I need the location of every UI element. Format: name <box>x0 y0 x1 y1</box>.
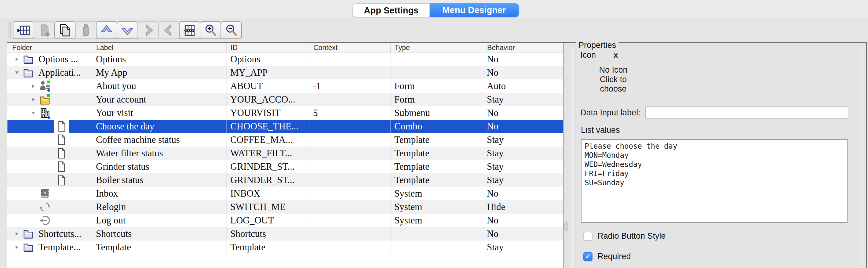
properties-panel: Properties Icon x No Icon Click to choos… <box>569 43 866 268</box>
table-row-SWITCH_ME[interactable]: ReloginSWITCH_MESystemHide <box>7 200 563 214</box>
splitter-thumb[interactable] <box>564 222 568 231</box>
expand-arrow-icon[interactable] <box>13 56 21 62</box>
table-row-YOURVISIT[interactable]: Your visitYOURVISIT5SubmenuNo <box>7 106 563 120</box>
radio-button-style-checkbox[interactable] <box>583 232 592 241</box>
tree-cell <box>7 187 92 200</box>
column-header-context[interactable]: Context <box>309 43 390 52</box>
cell-id: ABOUT <box>226 79 309 93</box>
expand-arrow-icon[interactable] <box>13 231 21 237</box>
table-row-ABOUT[interactable]: About youABOUT-1FormAuto <box>7 79 563 93</box>
move-left-button <box>158 21 180 39</box>
table-row-INBOX[interactable]: InboxINBOXSystemNo <box>7 187 563 200</box>
icon-clear-button[interactable]: x <box>614 51 618 60</box>
toolbar-drag-handle[interactable] <box>8 22 11 38</box>
cell-type: System <box>390 200 483 214</box>
table-row-WATER_FILT...[interactable]: Water filter statusWATER_FILT...Template… <box>7 146 563 160</box>
list-values-editor[interactable]: Please choose the day MON=Monday WED=Wed… <box>581 139 847 223</box>
tree-node-text: Options ... <box>38 53 78 66</box>
tree-cell: Options ... <box>7 53 92 66</box>
tree-cell: Template... <box>7 240 92 254</box>
tree-cell: Shortcuts... <box>7 227 92 240</box>
cell-id: GRINDER_ST... <box>226 160 309 173</box>
cell-label: Options <box>92 53 226 66</box>
insert-item-button[interactable] <box>13 21 34 39</box>
data-input-label: Data Input label: <box>580 108 641 118</box>
table-row-Template[interactable]: Template...TemplateTemplateStay <box>7 240 563 254</box>
folder-yellow-icon <box>39 94 51 105</box>
tab-app-settings[interactable]: App Settings <box>353 3 430 17</box>
column-header-label[interactable]: Label <box>92 43 226 52</box>
tree-cell <box>7 214 92 227</box>
move-down-button[interactable] <box>117 21 138 39</box>
table-row-MY_APP[interactable]: Applicati...My AppMY_APPNo <box>7 66 563 79</box>
zoom-out-button[interactable] <box>220 21 242 39</box>
folder-blue-icon <box>23 241 34 253</box>
tree-cell <box>7 79 92 93</box>
cell-label: Your visit <box>92 106 226 120</box>
cell-label: Relogin <box>92 200 226 214</box>
paste-icon <box>79 23 93 37</box>
cell-context <box>309 227 390 240</box>
cell-behavior: Stay <box>483 173 563 187</box>
cell-label: Log out <box>92 214 226 227</box>
tree-node-text: Template... <box>38 240 81 254</box>
column-header-id[interactable]: ID <box>226 43 309 52</box>
cell-label: Your account <box>92 93 226 106</box>
cell-type: Template <box>390 160 483 173</box>
table-row-GRINDER_ST...[interactable]: Boiler statusGRINDER_ST...TemplateStay <box>7 173 563 187</box>
relogin-icon <box>39 201 51 213</box>
cell-context: 5 <box>309 106 390 120</box>
collapse-arrow-icon[interactable] <box>29 110 37 116</box>
zoom-in-button[interactable] <box>200 21 221 39</box>
cell-label: Boiler status <box>92 173 226 187</box>
logout-icon <box>39 214 51 226</box>
column-header-behavior[interactable]: Behavior <box>483 43 563 52</box>
data-input-field[interactable] <box>645 106 848 119</box>
page-icon <box>56 121 67 132</box>
tree-cell: Applicati... <box>7 66 92 79</box>
cell-type: Template <box>390 133 483 146</box>
column-header-type[interactable]: Type <box>390 43 483 52</box>
page-icon <box>56 174 67 186</box>
cell-context <box>309 214 390 227</box>
table-row-Options[interactable]: Options ...OptionsOptionsNo <box>7 53 563 66</box>
table-row-Shortcuts[interactable]: Shortcuts...ShortcutsShortcutsNo <box>7 227 563 240</box>
expand-arrow-icon[interactable] <box>13 244 21 250</box>
cell-type <box>390 53 483 66</box>
tree-cell <box>7 146 92 160</box>
cell-label: Choose the day <box>92 120 226 133</box>
table-row-CHOOSE_THE...[interactable]: Choose the dayCHOOSE_THE...ComboNo <box>7 120 563 133</box>
tab-menu-designer[interactable]: Menu Designer <box>429 3 519 17</box>
required-checkbox[interactable]: ✓ <box>583 252 592 261</box>
icon-chooser[interactable]: No Icon Click to choose <box>581 65 646 94</box>
table-split-icon <box>183 23 197 37</box>
cell-type: System <box>390 214 483 227</box>
expand-arrow-icon[interactable] <box>29 96 37 103</box>
collapse-arrow-icon[interactable] <box>13 70 21 76</box>
zoom-in-icon <box>204 23 217 37</box>
app-window: App Settings Menu Designer FolderLabelID… <box>0 0 868 268</box>
cell-behavior: Stay <box>483 160 563 173</box>
table-row-LOG_OUT[interactable]: Log outLOG_OUTSystemNo <box>7 214 563 227</box>
move-up-button[interactable] <box>96 21 117 39</box>
table-row-COFFEE_MA...[interactable]: Coffee machine statusCOFFEE_MA...Templat… <box>7 133 563 146</box>
cell-id: MY_APP <box>226 66 309 79</box>
tree-cell <box>7 200 92 214</box>
cell-label: Template <box>92 240 226 254</box>
expand-arrow-icon[interactable] <box>29 83 37 89</box>
copy-icon <box>58 23 72 37</box>
table-row-GRINDER_ST...[interactable]: Grinder statusGRINDER_ST...TemplateStay <box>7 160 563 173</box>
required-label: Required <box>597 252 631 261</box>
view-tabs: App Settings Menu Designer <box>353 3 519 17</box>
building-icon <box>39 107 51 119</box>
merge-rows-button[interactable] <box>179 21 200 39</box>
arrow-up-icon <box>99 23 114 37</box>
table-row-YOUR_ACCO...[interactable]: Your accountYOUR_ACCO...FormStay <box>7 93 563 106</box>
cell-id: COFFEE_MA... <box>226 133 309 146</box>
cell-context <box>309 133 390 146</box>
data-input-row: Data Input label: <box>580 106 848 119</box>
table-body: Options ...OptionsOptionsNoApplicati...M… <box>7 53 563 268</box>
splitter[interactable] <box>563 43 569 268</box>
column-header-folder[interactable]: Folder <box>7 43 92 52</box>
copy-button[interactable] <box>54 21 76 39</box>
